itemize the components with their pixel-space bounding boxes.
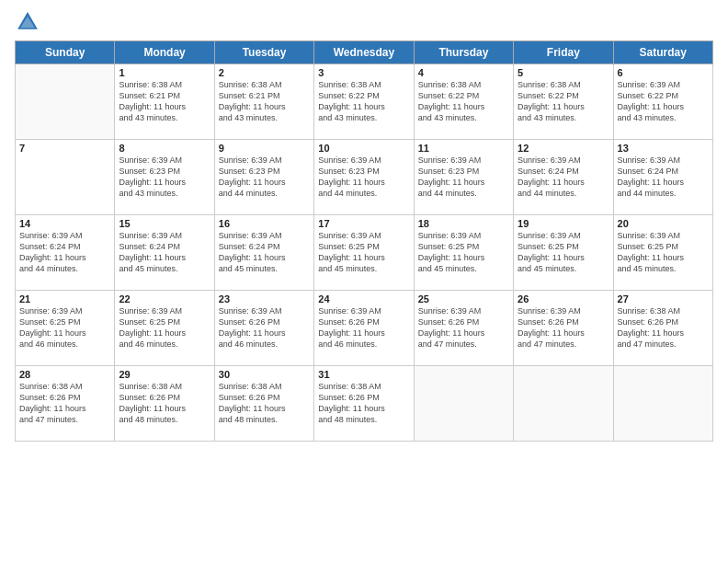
day-number: 5 [518,67,609,78]
calendar-cell: 27Sunrise: 6:38 AMSunset: 6:26 PMDayligh… [613,291,712,366]
calendar-cell: 6Sunrise: 6:39 AMSunset: 6:22 PMDaylight… [613,64,712,140]
calendar-cell: 28Sunrise: 6:38 AMSunset: 6:26 PMDayligh… [16,366,115,442]
weekday-header-wednesday: Wednesday [314,41,414,64]
calendar-cell: 16Sunrise: 6:39 AMSunset: 6:24 PMDayligh… [214,215,313,291]
day-info: Sunrise: 6:39 AMSunset: 6:24 PMDaylight:… [618,155,709,200]
weekday-header-thursday: Thursday [414,41,513,64]
calendar-cell: 2Sunrise: 6:38 AMSunset: 6:21 PMDaylight… [214,64,313,140]
calendar-cell: 4Sunrise: 6:38 AMSunset: 6:22 PMDaylight… [414,64,513,140]
day-info: Sunrise: 6:39 AMSunset: 6:25 PMDaylight:… [119,305,210,350]
week-row-5: 28Sunrise: 6:38 AMSunset: 6:26 PMDayligh… [16,366,713,442]
week-row-2: 78Sunrise: 6:39 AMSunset: 6:23 PMDayligh… [16,140,713,215]
week-row-4: 21Sunrise: 6:39 AMSunset: 6:25 PMDayligh… [16,291,713,366]
calendar-cell: 7 [16,140,115,215]
week-row-1: 1Sunrise: 6:38 AMSunset: 6:21 PMDaylight… [16,64,713,140]
calendar-cell: 3Sunrise: 6:38 AMSunset: 6:22 PMDaylight… [314,64,414,140]
day-number: 27 [618,293,709,304]
day-info: Sunrise: 6:39 AMSunset: 6:23 PMDaylight:… [119,155,210,200]
day-number: 10 [318,143,409,154]
day-number: 26 [518,293,609,304]
day-number: 20 [618,218,709,229]
calendar-cell: 20Sunrise: 6:39 AMSunset: 6:25 PMDayligh… [613,215,712,291]
week-row-3: 14Sunrise: 6:39 AMSunset: 6:24 PMDayligh… [16,215,713,291]
day-number: 6 [618,67,709,78]
day-number: 29 [119,369,210,380]
day-number: 7 [19,143,110,154]
day-info: Sunrise: 6:39 AMSunset: 6:25 PMDaylight:… [318,230,409,275]
calendar-cell: 5Sunrise: 6:38 AMSunset: 6:22 PMDaylight… [514,64,613,140]
day-number: 14 [19,218,110,229]
calendar-table: SundayMondayTuesdayWednesdayThursdayFrid… [15,40,713,442]
day-info: Sunrise: 6:39 AMSunset: 6:25 PMDaylight:… [418,230,509,275]
calendar-cell: 1Sunrise: 6:38 AMSunset: 6:21 PMDaylight… [115,64,214,140]
calendar-cell: 31Sunrise: 6:38 AMSunset: 6:26 PMDayligh… [314,366,414,442]
day-info: Sunrise: 6:39 AMSunset: 6:25 PMDaylight:… [518,230,609,275]
calendar-cell: 13Sunrise: 6:39 AMSunset: 6:24 PMDayligh… [613,140,712,215]
calendar-cell [613,366,712,442]
calendar-cell: 18Sunrise: 6:39 AMSunset: 6:25 PMDayligh… [414,215,513,291]
calendar-cell: 21Sunrise: 6:39 AMSunset: 6:25 PMDayligh… [16,291,115,366]
day-info: Sunrise: 6:38 AMSunset: 6:21 PMDaylight:… [119,79,210,124]
day-info: Sunrise: 6:39 AMSunset: 6:24 PMDaylight:… [119,230,210,275]
calendar-cell: 11Sunrise: 6:39 AMSunset: 6:23 PMDayligh… [414,140,513,215]
day-info: Sunrise: 6:38 AMSunset: 6:26 PMDaylight:… [219,381,310,426]
calendar-cell: 12Sunrise: 6:39 AMSunset: 6:24 PMDayligh… [514,140,613,215]
day-number: 31 [318,369,409,380]
logo-icon [15,9,40,35]
day-info: Sunrise: 6:38 AMSunset: 6:21 PMDaylight:… [219,79,310,124]
calendar-cell: 25Sunrise: 6:39 AMSunset: 6:26 PMDayligh… [414,291,513,366]
calendar-cell [16,64,115,140]
day-number: 21 [19,293,110,304]
weekday-header-friday: Friday [514,41,613,64]
day-info: Sunrise: 6:39 AMSunset: 6:22 PMDaylight:… [618,79,709,124]
day-number: 24 [318,293,409,304]
day-number: 22 [119,293,210,304]
day-info: Sunrise: 6:39 AMSunset: 6:24 PMDaylight:… [19,230,110,275]
calendar-cell: 26Sunrise: 6:39 AMSunset: 6:26 PMDayligh… [514,291,613,366]
day-info: Sunrise: 6:39 AMSunset: 6:25 PMDaylight:… [618,230,709,275]
day-info: Sunrise: 6:39 AMSunset: 6:23 PMDaylight:… [418,155,509,200]
day-number: 1 [119,67,210,78]
day-info: Sunrise: 6:39 AMSunset: 6:23 PMDaylight:… [318,155,409,200]
day-number: 28 [19,369,110,380]
day-number: 15 [119,218,210,229]
day-info: Sunrise: 6:38 AMSunset: 6:26 PMDaylight:… [119,381,210,426]
day-number: 25 [418,293,509,304]
calendar-cell: 15Sunrise: 6:39 AMSunset: 6:24 PMDayligh… [115,215,214,291]
calendar-cell: 8Sunrise: 6:39 AMSunset: 6:23 PMDaylight… [115,140,214,215]
calendar-cell: 22Sunrise: 6:39 AMSunset: 6:25 PMDayligh… [115,291,214,366]
calendar-cell: 29Sunrise: 6:38 AMSunset: 6:26 PMDayligh… [115,366,214,442]
day-info: Sunrise: 6:38 AMSunset: 6:22 PMDaylight:… [318,79,409,124]
calendar-cell [514,366,613,442]
header [15,9,713,35]
calendar-cell: 10Sunrise: 6:39 AMSunset: 6:23 PMDayligh… [314,140,414,215]
day-number: 19 [518,218,609,229]
weekday-header-tuesday: Tuesday [214,41,313,64]
day-info: Sunrise: 6:38 AMSunset: 6:22 PMDaylight:… [518,79,609,124]
calendar-cell: 24Sunrise: 6:39 AMSunset: 6:26 PMDayligh… [314,291,414,366]
day-info: Sunrise: 6:39 AMSunset: 6:26 PMDaylight:… [418,305,509,350]
day-number: 2 [219,67,310,78]
day-info: Sunrise: 6:39 AMSunset: 6:24 PMDaylight:… [219,230,310,275]
day-info: Sunrise: 6:39 AMSunset: 6:26 PMDaylight:… [219,305,310,350]
weekday-header-sunday: Sunday [16,41,115,64]
day-number: 17 [318,218,409,229]
day-info: Sunrise: 6:38 AMSunset: 6:22 PMDaylight:… [418,79,509,124]
day-number: 30 [219,369,310,380]
day-info: Sunrise: 6:39 AMSunset: 6:23 PMDaylight:… [219,155,310,200]
day-number: 9 [219,143,310,154]
day-number: 18 [418,218,509,229]
day-info: Sunrise: 6:39 AMSunset: 6:24 PMDaylight:… [518,155,609,200]
day-number: 3 [318,67,409,78]
day-number: 13 [618,143,709,154]
calendar-cell: 14Sunrise: 6:39 AMSunset: 6:24 PMDayligh… [16,215,115,291]
day-info: Sunrise: 6:38 AMSunset: 6:26 PMDaylight:… [318,381,409,426]
day-info: Sunrise: 6:38 AMSunset: 6:26 PMDaylight:… [19,381,110,426]
day-number: 16 [219,218,310,229]
calendar-cell: 30Sunrise: 6:38 AMSunset: 6:26 PMDayligh… [214,366,313,442]
day-number: 8 [119,143,210,154]
day-info: Sunrise: 6:39 AMSunset: 6:26 PMDaylight:… [318,305,409,350]
calendar-cell: 19Sunrise: 6:39 AMSunset: 6:25 PMDayligh… [514,215,613,291]
day-number: 4 [418,67,509,78]
day-number: 12 [518,143,609,154]
